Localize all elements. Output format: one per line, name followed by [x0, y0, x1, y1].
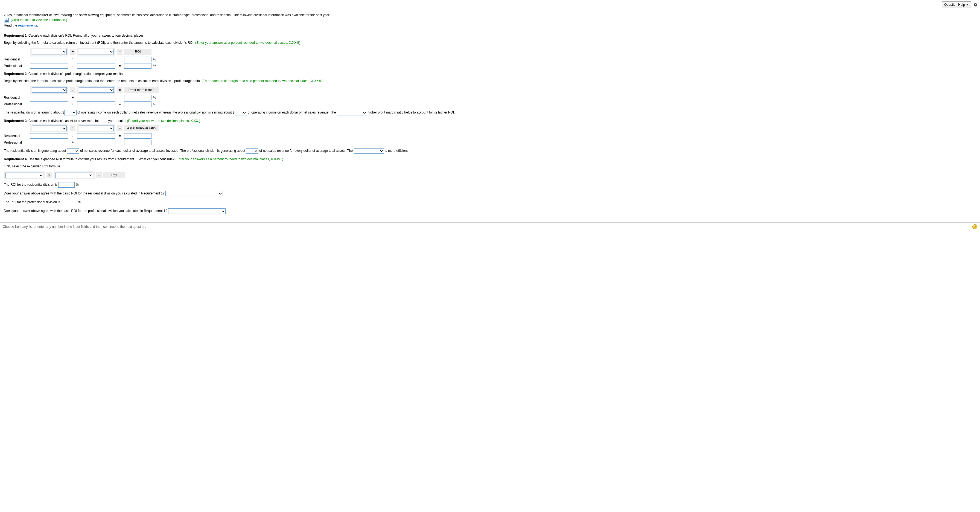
question-help-label: Question Help	[944, 3, 965, 6]
help-icon[interactable]: ?	[972, 224, 977, 229]
req1-res-result[interactable]	[124, 57, 151, 62]
table-icon[interactable]	[4, 18, 9, 22]
req3-grid: ÷ = Asset turnover ratio Residential ÷ =…	[4, 124, 976, 145]
requirement-4: Requirement 4. Use the expanded ROI form…	[4, 157, 976, 214]
separator	[0, 30, 980, 30]
req2-higher-division[interactable]	[337, 110, 367, 115]
req1-pro-den[interactable]	[77, 63, 115, 68]
intro-text: Zulas, a national manufacturer of lawn-m…	[4, 13, 976, 17]
req3-formula-den[interactable]	[79, 126, 114, 131]
req1-grid: ÷ = ROI Residential ÷ = % Professional ÷…	[4, 48, 976, 68]
req1-title: Requirement 1. Calculate each division's…	[4, 33, 976, 38]
req4-roi-label: ROI	[103, 172, 125, 178]
req4-first-select: First, select the expanded ROI formula.	[4, 164, 976, 168]
req4-res-roi-input[interactable]	[58, 182, 75, 188]
req2-formula-num[interactable]	[32, 87, 67, 93]
req3-interpretation: The residential division is generating a…	[4, 148, 976, 154]
chevron-down-icon	[966, 4, 969, 5]
req1-res-num[interactable]	[30, 57, 68, 62]
req3-res-ratio[interactable]	[67, 148, 79, 154]
req4-res-roi: The ROI for the residential division is …	[4, 181, 976, 188]
req3-pro-num[interactable]	[30, 140, 68, 145]
footer-text: Choose from any list or enter any number…	[3, 225, 146, 229]
req4-pro-agree-select[interactable]	[168, 208, 226, 214]
req1-res-den[interactable]	[77, 57, 115, 62]
requirements-link[interactable]: requirements	[18, 24, 37, 27]
req2-res-den[interactable]	[77, 95, 115, 100]
req1-pro-result[interactable]	[124, 63, 151, 68]
read-requirements: Read the requirements.	[4, 24, 976, 27]
req4-factor2[interactable]	[55, 173, 93, 178]
req4-pro-roi: The ROI for the professional division is…	[4, 199, 976, 205]
req2-result-label: Profit margin ratio	[124, 87, 159, 93]
req2-pro-den[interactable]	[77, 102, 115, 107]
req2-res-num[interactable]	[30, 95, 68, 100]
req4-grid: x = ROI	[4, 172, 976, 179]
req1-formula-den[interactable]	[79, 49, 114, 54]
op-divide: ÷	[70, 49, 75, 55]
req1-result-label: ROI	[124, 49, 151, 55]
req2-grid: ÷ = Profit margin ratio Residential ÷ = …	[4, 86, 976, 107]
req1-pro-num[interactable]	[30, 63, 68, 68]
req3-pro-result[interactable]	[124, 140, 151, 145]
question-content: Zulas, a national manufacturer of lawn-m…	[0, 9, 980, 219]
percent-sign: %	[153, 64, 159, 68]
info-row: (Click the icon to view the information.…	[4, 18, 976, 22]
req2-instructions: Begin by selecting the formula to calcul…	[4, 79, 976, 83]
req1-formula-num[interactable]	[32, 49, 67, 54]
req3-res-result[interactable]	[124, 133, 151, 139]
requirement-2: Requirement 2. Calculate each division's…	[4, 72, 976, 116]
period: .	[37, 24, 38, 27]
row-label-residential: Residential	[4, 57, 29, 61]
req2-res-result[interactable]	[124, 95, 151, 100]
footer-bar: Choose from any list or enter any number…	[0, 223, 980, 231]
top-toolbar: Question Help	[0, 0, 980, 9]
req4-pro-agree: Does your answer above agree with the ba…	[4, 208, 976, 214]
req3-efficient-division[interactable]	[354, 148, 384, 154]
req2-title: Requirement 2. Calculate each division's…	[4, 72, 976, 76]
question-help-button[interactable]: Question Help	[942, 2, 971, 8]
op-equals: =	[117, 49, 123, 55]
req1-instructions: Begin by selecting the formula to calcul…	[4, 41, 976, 45]
req4-pro-roi-input[interactable]	[61, 200, 77, 205]
req3-formula-num[interactable]	[32, 126, 67, 131]
req4-res-agree-select[interactable]	[165, 191, 223, 196]
req2-pro-dollar[interactable]	[235, 110, 247, 115]
req3-result-label: Asset turnover ratio	[124, 125, 159, 131]
req4-title: Requirement 4. Use the expanded ROI form…	[4, 157, 976, 161]
requirement-3: Requirement 3. Calculate each division's…	[4, 119, 976, 154]
click-icon-link[interactable]: (Click the icon to view the information.…	[11, 18, 67, 22]
req2-interpretation: The residential division is earning abou…	[4, 109, 976, 116]
req2-pro-num[interactable]	[30, 102, 68, 107]
req3-res-den[interactable]	[77, 133, 115, 139]
req3-pro-den[interactable]	[77, 140, 115, 145]
req2-pro-result[interactable]	[124, 102, 151, 107]
req3-title: Requirement 3. Calculate each division's…	[4, 119, 976, 123]
read-the-text: Read the	[4, 24, 18, 27]
row-label-professional: Professional	[4, 64, 29, 68]
requirement-1: Requirement 1. Calculate each division's…	[4, 33, 976, 68]
req4-res-agree: Does your answer above agree with the ba…	[4, 190, 976, 197]
req3-res-num[interactable]	[30, 133, 68, 139]
gear-icon[interactable]	[974, 2, 978, 7]
req2-formula-den[interactable]	[79, 87, 114, 93]
percent-sign: %	[153, 57, 159, 61]
req3-pro-ratio[interactable]	[246, 148, 258, 154]
req4-factor1[interactable]	[5, 173, 43, 178]
req2-res-dollar[interactable]	[64, 110, 76, 115]
